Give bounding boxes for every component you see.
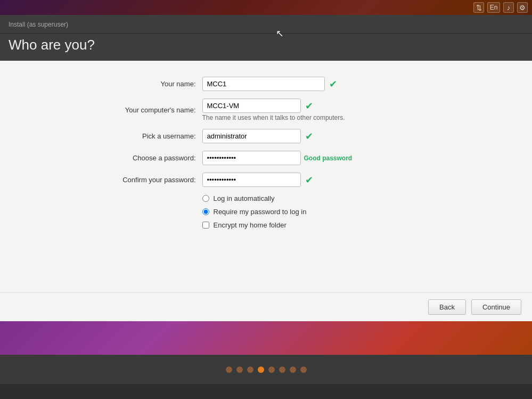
- top-system-bar: ⇅ En ♪ ⚙: [0, 0, 532, 15]
- login-auto-label[interactable]: Log in automatically: [214, 194, 275, 202]
- password-label: Choose a password:: [85, 154, 202, 162]
- confirm-password-label: Confirm your password:: [85, 176, 202, 184]
- back-button[interactable]: Back: [428, 299, 466, 315]
- confirm-password-input[interactable]: [202, 173, 301, 187]
- progress-bar: [0, 355, 532, 384]
- confirm-password-check-icon: ✔: [305, 174, 313, 186]
- your-name-row: Your name: ✔: [85, 77, 447, 91]
- require-password-label[interactable]: Require my password to log in: [214, 208, 307, 216]
- progress-dot-4[interactable]: [268, 367, 275, 373]
- progress-dot-3[interactable]: [258, 367, 264, 373]
- encrypt-home-row: Encrypt my home folder: [202, 221, 447, 229]
- password-input[interactable]: [202, 151, 301, 165]
- progress-dot-2[interactable]: [247, 367, 253, 373]
- language-icon[interactable]: En: [487, 2, 500, 13]
- username-label: Pick a username:: [85, 132, 202, 140]
- encrypt-home-label[interactable]: Encrypt my home folder: [214, 221, 287, 229]
- your-name-input[interactable]: [202, 77, 325, 91]
- installer-window: Install (as superuser) Who are you? Your…: [0, 15, 532, 321]
- transfer-icon[interactable]: ⇅: [473, 2, 484, 13]
- form-container: Your name: ✔ Your computer's name: ✔ The…: [85, 77, 447, 234]
- progress-dot-1[interactable]: [236, 367, 243, 373]
- computer-name-sub: ✔ The name it uses when it talks to othe…: [202, 99, 345, 121]
- progress-dot-0[interactable]: [226, 367, 232, 373]
- require-password-radio[interactable]: [202, 208, 209, 215]
- installer-header: Install (as superuser): [0, 15, 532, 34]
- password-strength-label: Good password: [304, 154, 353, 162]
- bottom-bar: [0, 384, 532, 399]
- login-auto-radio[interactable]: [202, 195, 209, 202]
- username-check-icon: ✔: [305, 131, 313, 142]
- continue-button[interactable]: Continue: [471, 299, 521, 315]
- username-row: Pick a username: ✔: [85, 129, 447, 143]
- login-auto-row: Log in automatically: [202, 194, 447, 202]
- your-name-check-icon: ✔: [329, 78, 337, 90]
- computer-name-row: Your computer's name: ✔ The name it uses…: [85, 99, 447, 121]
- installer-footer: Back Continue: [0, 292, 532, 321]
- encrypt-home-checkbox[interactable]: [202, 222, 209, 229]
- password-row: Choose a password: Good password: [85, 151, 447, 165]
- your-name-label: Your name:: [85, 80, 202, 88]
- installer-title-bar: Who are you?: [0, 34, 532, 61]
- computer-name-input[interactable]: [202, 99, 301, 113]
- progress-dot-5[interactable]: [279, 367, 285, 373]
- username-input[interactable]: [202, 129, 301, 143]
- confirm-password-row: Confirm your password: ✔: [85, 173, 447, 187]
- installer-content: Your name: ✔ Your computer's name: ✔ The…: [0, 61, 532, 292]
- volume-icon[interactable]: ♪: [503, 2, 514, 13]
- progress-dot-6[interactable]: [290, 367, 296, 373]
- computer-name-hint: The name it uses when it talks to other …: [202, 114, 345, 121]
- installer-subtitle: Install (as superuser): [9, 21, 68, 28]
- require-password-row: Require my password to log in: [202, 208, 447, 216]
- page-title: Who are you?: [9, 37, 523, 53]
- settings-icon[interactable]: ⚙: [517, 2, 528, 13]
- computer-name-label: Your computer's name:: [85, 106, 202, 114]
- computer-name-check-icon: ✔: [305, 100, 313, 112]
- progress-dot-7[interactable]: [300, 367, 307, 373]
